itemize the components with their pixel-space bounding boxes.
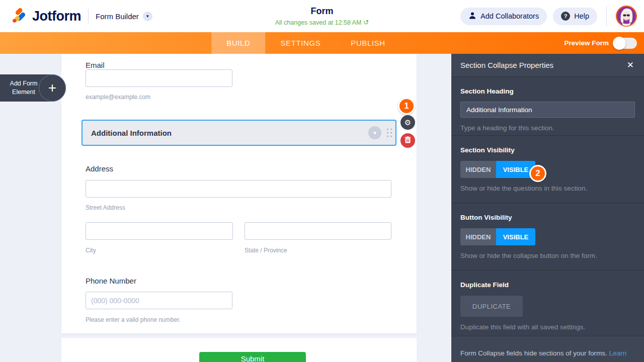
submit-button[interactable]: Submit (199, 352, 306, 362)
phone-label: Phone Number (86, 277, 136, 285)
footer-learn-link[interactable]: Learn (609, 349, 627, 357)
duplicate-helper: Duplicate this field with all saved sett… (460, 323, 635, 331)
save-status: All changes saved at 12:58 AM↺ (275, 19, 369, 26)
preview-form-toggle[interactable] (614, 38, 637, 49)
street-address-input[interactable] (86, 180, 391, 198)
panel-header: Section Collapse Properties ✕ (451, 54, 644, 77)
panel-footer: Form Collapse fields hide sections of yo… (451, 336, 644, 362)
jotform-logo[interactable]: Jotform (11, 7, 81, 26)
phone-helper: Please enter a valid phone number. (86, 316, 181, 323)
section-collapse-title: Additional Information (83, 129, 172, 137)
button-visibility-toggle: HIDDEN VISIBLE (460, 228, 635, 245)
drag-handle-icon[interactable] (387, 129, 392, 137)
footer-text: Form Collapse fields hide sections of yo… (460, 349, 607, 357)
section-heading-input[interactable] (460, 102, 635, 118)
section-visibility-hidden-button[interactable]: HIDDEN (460, 161, 496, 178)
form-builder-menu[interactable]: Form Builder ▾ (96, 12, 152, 21)
toggle-knob (613, 37, 626, 50)
email-helper: example@example.com (86, 94, 150, 101)
help-icon: ? (561, 12, 570, 21)
save-status-text: All changes saved at 12:58 AM (275, 19, 362, 26)
undo-icon[interactable]: ↺ (363, 19, 369, 26)
help-button[interactable]: ? Help (553, 8, 597, 25)
form-canvas: Email example@example.com Additional Inf… (61, 54, 417, 333)
user-avatar[interactable] (616, 6, 637, 27)
street-address-sublabel: Street Address (86, 204, 125, 211)
button-visibility-visible-button[interactable]: VISIBLE (496, 228, 535, 245)
header-center: Form All changes saved at 12:58 AM↺ (275, 6, 369, 26)
section-visibility-group: Section Visibility HIDDEN VISIBLE Show o… (451, 136, 644, 203)
address-label: Address (86, 164, 113, 173)
header-divider (606, 6, 607, 26)
section-visibility-toggle: HIDDEN VISIBLE (460, 161, 635, 178)
jotform-form-builder: Jotform Form Builder ▾ Form All changes … (0, 0, 644, 362)
state-sublabel: State / Province (245, 247, 287, 254)
collapse-chevron-icon[interactable]: ▼ (368, 126, 381, 139)
add-form-element-label: Add Form Element (7, 79, 40, 97)
close-icon[interactable]: ✕ (627, 61, 634, 69)
duplicate-field-group: Duplicate Field DUPLICATE Duplicate this… (451, 270, 644, 336)
field-settings-button[interactable]: ⚙ (400, 115, 415, 130)
help-label: Help (574, 12, 589, 20)
preview-form-control: Preview Form (564, 32, 637, 54)
state-input[interactable] (245, 222, 391, 240)
button-visibility-label: Button Visibility (460, 214, 635, 221)
builder-tabs: BUILD SETTINGS PUBLISH (211, 32, 400, 54)
section-collapse-properties-panel: Section Collapse Properties ✕ Section He… (451, 54, 644, 362)
button-visibility-helper: Show or hide the collapse button on the … (460, 252, 635, 259)
section-heading-helper: Type a heading for this section. (460, 124, 635, 132)
top-header: Jotform Form Builder ▾ Form All changes … (0, 0, 644, 32)
builder-workspace: Add Form Element + Email example@example… (0, 54, 644, 362)
phone-input[interactable] (86, 292, 232, 309)
duplicate-field-label: Duplicate Field (460, 281, 635, 289)
section-visibility-helper: Show or hide the questions in this secti… (460, 185, 635, 192)
city-input[interactable] (86, 222, 233, 240)
submit-section: Submit (61, 338, 417, 362)
add-form-element-button[interactable]: Add Form Element + (0, 74, 66, 102)
person-icon (468, 12, 476, 21)
annotation-step-1: 1 (398, 98, 415, 115)
gear-icon: ⚙ (405, 118, 411, 127)
email-input[interactable] (86, 69, 232, 87)
city-sublabel: City (86, 247, 96, 254)
section-visibility-label: Section Visibility (460, 146, 635, 154)
preview-form-label: Preview Form (564, 39, 609, 47)
annotation-step-2: 2 (529, 165, 546, 182)
trash-icon (405, 136, 411, 145)
section-collapse-field[interactable]: Additional Information ▼ (82, 120, 396, 146)
builder-nav-bar: BUILD SETTINGS PUBLISH Preview Form (0, 32, 644, 54)
chevron-down-icon: ▾ (143, 12, 152, 21)
header-left: Jotform Form Builder ▾ (0, 7, 152, 26)
add-collaborators-label: Add Collaborators (480, 12, 539, 20)
panel-title: Section Collapse Properties (460, 61, 553, 69)
form-builder-label: Form Builder (96, 12, 139, 21)
form-title[interactable]: Form (275, 6, 369, 17)
field-delete-button[interactable] (400, 133, 415, 148)
button-visibility-hidden-button[interactable]: HIDDEN (460, 228, 496, 245)
button-visibility-group: Button Visibility HIDDEN VISIBLE Show or… (451, 203, 644, 270)
duplicate-button[interactable]: DUPLICATE (460, 296, 523, 317)
tab-build[interactable]: BUILD (211, 32, 265, 54)
section-heading-group: Section Heading Type a heading for this … (451, 77, 644, 136)
email-label: Email (86, 61, 105, 69)
tab-settings[interactable]: SETTINGS (265, 32, 336, 54)
section-heading-label: Section Heading (460, 87, 635, 95)
tab-publish[interactable]: PUBLISH (336, 32, 400, 54)
plus-icon: + (39, 74, 66, 102)
jotform-wordmark: Jotform (32, 9, 81, 24)
add-collaborators-button[interactable]: Add Collaborators (460, 8, 547, 25)
jotform-logo-icon (11, 7, 28, 26)
header-divider (88, 9, 89, 24)
header-right: Add Collaborators ? Help (460, 6, 644, 27)
